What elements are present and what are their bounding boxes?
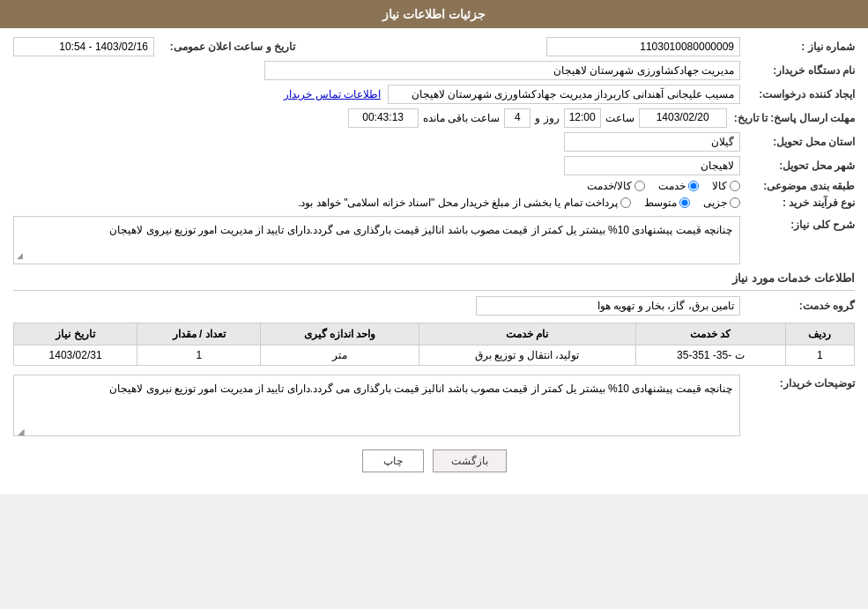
creator-value: مسیب علیجانی آهندانی کاربرداز مدیریت جها…: [388, 85, 740, 104]
creator-row: ایجاد کننده درخواست: مسیب علیجانی آهندان…: [13, 85, 855, 104]
service-group-label: گروه خدمت:: [740, 300, 855, 312]
purchase-radio-jozee[interactable]: [730, 197, 740, 208]
response-date: 1403/02/20: [639, 108, 727, 128]
buyer-org-value: مدیریت جهادکشاورزی شهرستان لاهیجان: [264, 61, 740, 80]
category-row: طبقه بندی موضوعی: کالا خدمت کالا/خدمت: [13, 180, 855, 192]
category-radio-kala-khedmat[interactable]: [634, 181, 645, 191]
purchase-type-esnad[interactable]: پرداخت تمام یا بخشی از مبلغ خریدار محل "…: [298, 197, 631, 209]
col-need-date: تاریخ نیاز: [14, 323, 137, 345]
category-radio-khedmat[interactable]: [688, 181, 699, 191]
resize-handle-buyer: ◢: [16, 425, 25, 434]
table-row: 1 ت -35- 351-35 تولید، انتقال و توزیع بر…: [14, 345, 855, 366]
remaining-time-label: ساعت باقی مانده: [423, 112, 501, 124]
category-radio-group: کالا خدمت کالا/خدمت: [587, 180, 740, 192]
col-unit: واحد اندازه گیری: [261, 323, 419, 345]
purchase-type-jozee[interactable]: جزیی: [703, 197, 740, 209]
category-label-kala-khedmat: کالا/خدمت: [587, 180, 632, 192]
buyer-org-row: نام دستگاه خریدار: مدیریت جهادکشاورزی شه…: [13, 61, 855, 80]
need-number-label: شماره نیاز :: [740, 41, 855, 53]
col-quantity: تعداد / مقدار: [137, 323, 261, 345]
page-title: جزئیات اطلاعات نیاز: [382, 7, 486, 21]
service-section-title: اطلاعات خدمات مورد نیاز: [13, 271, 855, 285]
need-number-value: 1103010080000009: [546, 37, 740, 56]
buyer-desc-text: چنانچه قیمت پیشنهادی 10% بیشتر یل کمتر ا…: [109, 382, 732, 395]
category-option-kala[interactable]: کالا: [712, 180, 740, 192]
province-value: گیلان: [564, 132, 740, 152]
section-divider: [13, 290, 855, 291]
page-header: جزئیات اطلاعات نیاز: [0, 0, 868, 28]
purchase-type-motavaset[interactable]: متوسط: [644, 197, 690, 209]
cell-service-code: ت -35- 351-35: [635, 345, 785, 366]
description-label: شرح کلی نیاز:: [740, 219, 855, 231]
cell-row-num: 1: [785, 345, 854, 366]
cell-need-date: 1403/02/31: [14, 345, 137, 366]
remaining-time: 00:43:13: [348, 108, 419, 128]
resize-handle: ◢: [17, 249, 23, 262]
response-deadline-row: مهلت ارسال پاسخ: تا تاریخ: 1403/02/20 سا…: [13, 108, 855, 128]
back-button[interactable]: بازگشت: [433, 449, 507, 472]
purchase-label-esnad: پرداخت تمام یا بخشی از مبلغ خریدار محل "…: [298, 197, 618, 209]
city-row: شهر محل تحویل: لاهیجان: [13, 156, 855, 175]
response-days: 4: [504, 108, 530, 128]
need-number-row: شماره نیاز : 1103010080000009 تاریخ و سا…: [13, 37, 855, 56]
response-deadline-label: مهلت ارسال پاسخ: تا تاریخ:: [727, 112, 855, 124]
category-label-khedmat: خدمت: [658, 180, 686, 192]
description-text: چنانچه قیمت پیشنهادی 10% بیشتر یل کمتر ا…: [109, 224, 732, 236]
city-value: لاهیجان: [564, 156, 740, 175]
cell-service-name: تولید، انتقال و توزیع برق: [419, 345, 635, 366]
purchase-label-jozee: جزیی: [703, 197, 727, 209]
announcement-value: 1403/02/16 - 10:54: [13, 37, 154, 56]
purchase-type-label: نوع فرآیند خرید :: [740, 197, 855, 209]
contact-link[interactable]: اطلاعات تماس خریدار: [284, 88, 381, 100]
description-row: شرح کلی نیاز: چنانچه قیمت پیشنهادی 10% ب…: [13, 216, 855, 264]
purchase-type-radio-group: جزیی متوسط پرداخت تمام یا بخشی از مبلغ خ…: [298, 197, 740, 209]
print-button[interactable]: چاپ: [362, 449, 424, 472]
category-label-kala: کالا: [712, 180, 727, 192]
creator-label: ایجاد کننده درخواست:: [740, 88, 855, 100]
buttons-row: بازگشت چاپ: [13, 449, 855, 472]
province-label: استان محل تحویل:: [740, 136, 855, 148]
buyer-desc-box: چنانچه قیمت پیشنهادی 10% بیشتر یل کمتر ا…: [13, 375, 740, 436]
city-label: شهر محل تحویل:: [740, 160, 855, 172]
col-service-code: کد خدمت: [635, 323, 785, 345]
category-label: طبقه بندی موضوعی:: [740, 180, 855, 192]
response-day-label: روز و: [535, 112, 559, 124]
response-time: 12:00: [564, 108, 601, 128]
description-box: چنانچه قیمت پیشنهادی 10% بیشتر یل کمتر ا…: [13, 216, 740, 264]
province-row: استان محل تحویل: گیلان: [13, 132, 855, 152]
category-option-kala-khedmat[interactable]: کالا/خدمت: [587, 180, 645, 192]
cell-quantity: 1: [137, 345, 261, 366]
buyer-org-label: نام دستگاه خریدار:: [740, 64, 855, 77]
announcement-label: تاریخ و ساعت اعلان عمومی:: [154, 41, 295, 53]
response-time-label: ساعت: [605, 112, 634, 124]
purchase-radio-esnad[interactable]: [620, 197, 631, 208]
purchase-label-motavaset: متوسط: [644, 197, 677, 209]
purchase-type-row: نوع فرآیند خرید : جزیی متوسط پرداخت تمام…: [13, 197, 855, 209]
col-service-name: نام خدمت: [419, 323, 635, 345]
buyer-desc-label: توضیحات خریدار:: [740, 377, 855, 390]
service-group-value: تامین برق، گاز، بخار و تهویه هوا: [476, 296, 740, 316]
buyer-desc-row: توضیحات خریدار: چنانچه قیمت پیشنهادی 10%…: [13, 375, 855, 436]
col-row-num: ردیف: [785, 323, 854, 345]
category-option-khedmat[interactable]: خدمت: [658, 180, 699, 192]
cell-unit: متر: [261, 345, 419, 366]
service-group-row: گروه خدمت: تامین برق، گاز، بخار و تهویه …: [13, 296, 855, 316]
service-table: ردیف کد خدمت نام خدمت واحد اندازه گیری ت…: [13, 323, 855, 366]
purchase-radio-motavaset[interactable]: [679, 197, 690, 208]
table-header-row: ردیف کد خدمت نام خدمت واحد اندازه گیری ت…: [14, 323, 855, 345]
category-radio-kala[interactable]: [730, 181, 740, 191]
